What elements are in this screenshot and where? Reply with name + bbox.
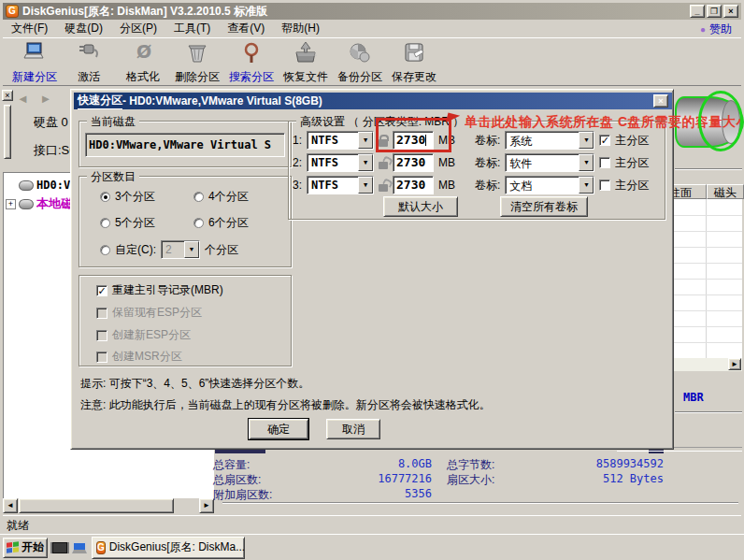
menu-disk[interactable]: 硬盘(D) <box>56 19 111 38</box>
chevron-down-icon[interactable]: ▼ <box>579 132 594 149</box>
info-label-sector-size: 扇区大小: <box>447 472 494 488</box>
chevron-down-icon[interactable]: ▼ <box>358 132 373 149</box>
info-value-total-capacity: 8.0GB <box>355 457 432 470</box>
close-button[interactable]: × <box>723 5 738 18</box>
disk-icon <box>19 180 34 191</box>
checkbox-label: 重建主引导记录(MBR) <box>112 282 223 298</box>
checkbox-msr[interactable]: 创建MSR分区 <box>96 349 182 365</box>
menu-tools[interactable]: 工具(T) <box>165 19 219 38</box>
save-changes-button[interactable]: 保存更改 <box>388 41 440 85</box>
menu-partition[interactable]: 分区(P) <box>111 19 165 38</box>
dialog-close-icon[interactable]: × <box>653 94 668 108</box>
checkbox-icon[interactable]: ✓ <box>96 285 107 296</box>
quick-launch-chip-icon[interactable] <box>52 542 67 553</box>
volume-label-select[interactable]: 系统▼ <box>505 131 594 150</box>
lock-open-icon[interactable] <box>379 184 388 192</box>
tree-expand-icon[interactable]: + <box>6 199 16 209</box>
radio-3-partitions[interactable]: 3个分区 <box>100 189 155 205</box>
taskbar-task-diskgenius[interactable]: G DiskGenius[原名: DiskMa... <box>92 537 245 559</box>
new-partition-button[interactable]: 新建分区 <box>8 41 61 85</box>
chevron-down-icon[interactable]: ▼ <box>579 154 594 171</box>
default-size-button[interactable]: 默认大小 <box>383 196 458 217</box>
checkbox-icon[interactable] <box>96 352 107 363</box>
save-changes-icon <box>401 41 427 68</box>
sponsor-link[interactable]: ● 赞助 <box>700 22 732 37</box>
checkbox-rebuild-mbr[interactable]: ✓ 重建主引导记录(MBR) <box>96 282 223 298</box>
scrollbar-thumb[interactable] <box>19 498 174 513</box>
checkbox-primary-icon[interactable] <box>599 157 610 168</box>
activate-label: 激活 <box>78 69 100 85</box>
radio-6-partitions[interactable]: 6个分区 <box>193 215 249 231</box>
delete-partition-button[interactable]: 删除分区 <box>171 41 223 85</box>
chevron-down-icon[interactable]: ▼ <box>358 154 373 171</box>
menu-help[interactable]: 帮助(H) <box>273 19 328 38</box>
filesystem-select[interactable]: NTFS▼ <box>307 131 374 150</box>
backup-partition-label: 备份分区 <box>337 69 382 85</box>
minimize-button[interactable]: _ <box>690 5 705 18</box>
scroll-left-icon[interactable]: ◄ <box>3 498 18 513</box>
checkbox-primary-icon[interactable] <box>599 179 610 191</box>
statusbar: 就绪 <box>3 515 741 531</box>
size-input[interactable]: 2730 <box>393 153 434 172</box>
menubar: 文件(F) 硬盘(D) 分区(P) 工具(T) 查看(V) 帮助(H) ● 赞助 <box>3 20 741 37</box>
chevron-down-icon[interactable]: ▼ <box>579 177 594 194</box>
checkbox-new-esp[interactable]: 创建新ESP分区 <box>96 327 191 343</box>
annotation-green-ellipse <box>698 91 743 151</box>
checkbox-label: 保留现有ESP分区 <box>112 305 202 321</box>
panel-close-icon[interactable]: × <box>2 90 13 101</box>
format-button[interactable]: Ø 格式化 <box>117 41 169 85</box>
radio-5-partitions[interactable]: 5个分区 <box>100 215 155 231</box>
radio-custom-count[interactable]: 自定(C): 2 ▼ 个分区 <box>100 240 238 259</box>
menu-view[interactable]: 查看(V) <box>219 19 273 38</box>
checkbox-icon[interactable] <box>96 330 107 341</box>
radio-icon[interactable] <box>193 218 204 228</box>
backup-partition-button[interactable]: 备份分区 <box>334 41 386 85</box>
filesystem-select[interactable]: NTFS▼ <box>307 176 374 194</box>
radio-icon[interactable] <box>100 192 110 202</box>
desktop: G DiskGenius[原名: DiskMan] V3.2.2010.5 标准… <box>0 0 744 560</box>
clipped-text-fragment <box>215 450 265 453</box>
quick-launch-desktop-icon[interactable] <box>72 541 87 553</box>
menu-file[interactable]: 文件(F) <box>3 19 56 38</box>
current-disk-group-label: 当前磁盘 <box>87 114 139 130</box>
sponsor-label: 赞助 <box>709 22 732 37</box>
disk-nav-arrows[interactable]: ◄ ► <box>17 92 55 106</box>
checkbox-primary-icon[interactable]: ✓ <box>599 135 610 146</box>
checkbox-keep-esp[interactable]: 保留现有ESP分区 <box>96 305 202 321</box>
ok-button[interactable]: 确定 <box>249 419 308 439</box>
dialog-titlebar: 快速分区 - HD0:VMware,VMware Virtual S(8GB) … <box>74 93 672 109</box>
clear-labels-button[interactable]: 清空所有卷标 <box>500 196 588 217</box>
custom-count-select[interactable]: 2 ▼ <box>161 240 200 259</box>
maximize-button[interactable]: ❐ <box>707 5 722 18</box>
info-divider <box>222 502 738 504</box>
tree-horizontal-scrollbar[interactable]: ◄ ► <box>3 498 214 513</box>
info-label-total-sectors: 总扇区数: <box>213 472 261 488</box>
start-button[interactable]: 开始 <box>3 538 48 558</box>
scroll-right-icon[interactable]: ► <box>728 358 741 370</box>
chevron-down-icon[interactable]: ▼ <box>184 241 199 258</box>
taskbar: 开始 G DiskGenius[原名: DiskMa... <box>0 534 744 560</box>
info-value-sector-size: 512 Bytes <box>523 472 664 485</box>
radio-icon[interactable] <box>100 218 110 228</box>
filesystem-select[interactable]: NTFS▼ <box>307 153 374 172</box>
scroll-right-icon[interactable]: ► <box>199 498 214 513</box>
recover-files-button[interactable]: 恢复文件 <box>279 41 332 85</box>
current-disk-field[interactable]: HD0:VMware,VMware Virtual S <box>85 133 285 157</box>
column-header-head[interactable]: 磁头 <box>707 184 744 199</box>
search-partition-button[interactable]: 搜索分区 <box>225 41 278 85</box>
chevron-down-icon[interactable]: ▼ <box>358 177 373 194</box>
radio-4-partitions[interactable]: 4个分区 <box>193 189 249 205</box>
checkbox-icon[interactable] <box>96 308 107 319</box>
panel-handle[interactable] <box>4 105 11 159</box>
radio-icon[interactable] <box>193 192 204 202</box>
dialog-title-rest: - HD0:VMware,VMware Virtual S(8GB) <box>122 94 322 108</box>
activate-button[interactable]: 激活 <box>63 41 115 85</box>
cancel-button[interactable]: 取消 <box>326 419 380 439</box>
activate-icon <box>76 41 102 68</box>
volume-label-select[interactable]: 软件▼ <box>505 153 594 172</box>
save-changes-label: 保存更改 <box>392 69 436 85</box>
size-input[interactable]: 2730 <box>393 176 434 194</box>
lock-open-icon[interactable] <box>379 162 388 169</box>
volume-label-select[interactable]: 文档▼ <box>505 176 594 194</box>
radio-icon[interactable] <box>100 245 110 255</box>
